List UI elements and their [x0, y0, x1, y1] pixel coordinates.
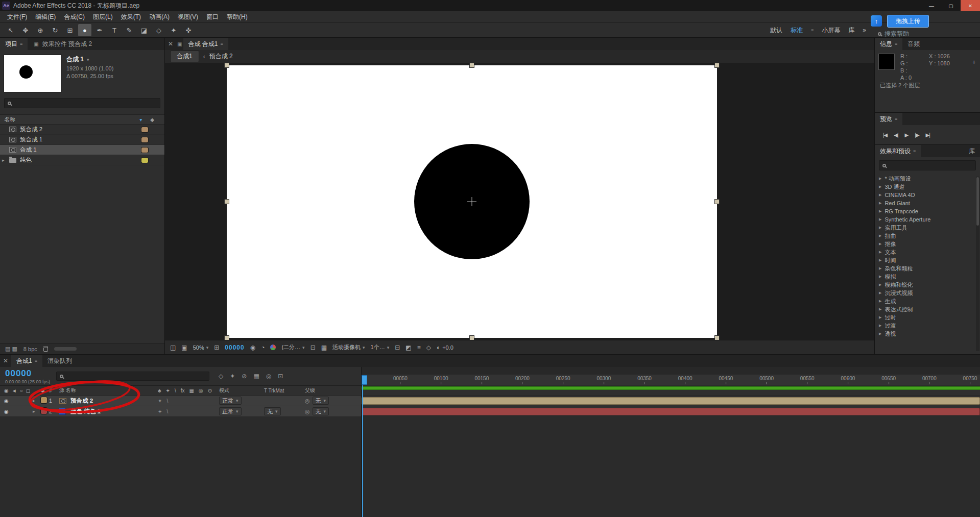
menu-item[interactable]: 窗口: [202, 13, 223, 21]
exposure-control[interactable]: ◐+0.0: [437, 344, 453, 351]
parent-pickwhip-icon[interactable]: ◎: [305, 398, 310, 404]
panel-menu-icon[interactable]: ≡: [895, 41, 897, 46]
black-circle-layer[interactable]: [414, 144, 530, 259]
timeline-search-input[interactable]: [56, 372, 209, 381]
label-color-chip[interactable]: [141, 147, 148, 153]
play-button[interactable]: ▶: [905, 132, 909, 138]
parent-pickwhip-icon[interactable]: ◎: [305, 408, 310, 415]
shy-column-icon[interactable]: ♣: [158, 388, 161, 393]
panel-menu-icon[interactable]: ≡: [913, 149, 916, 154]
layer-label-chip[interactable]: [41, 408, 47, 414]
label-color-chip[interactable]: [141, 158, 148, 163]
selection-handle[interactable]: [225, 200, 229, 204]
panel-menu-icon[interactable]: ≡: [221, 41, 223, 46]
project-item[interactable]: 预合成 1: [0, 135, 164, 145]
menu-item[interactable]: 合成(C): [60, 13, 89, 21]
layer-row[interactable]: ◉▸1预合成 2✦\正常▾◎无▾: [0, 396, 361, 406]
workspace-overflow[interactable]: »: [863, 27, 866, 34]
effects-category[interactable]: ▶模拟: [875, 273, 980, 281]
hand-tool-icon[interactable]: ✥: [19, 24, 32, 36]
expander-icon[interactable]: ▶: [879, 283, 881, 287]
menu-item[interactable]: 编辑(E): [31, 13, 60, 21]
snapshot-icon[interactable]: ◫: [170, 344, 176, 351]
show-snapshot-icon[interactable]: ▣: [181, 344, 187, 351]
tab-library[interactable]: 库: [964, 145, 980, 157]
selection-handle[interactable]: [715, 63, 719, 67]
effects-category[interactable]: ▶实用工具: [875, 224, 980, 232]
expander-icon[interactable]: ▶: [879, 299, 881, 303]
layer-visibility-icon[interactable]: ◉: [4, 409, 9, 414]
current-time-display[interactable]: 00000: [5, 368, 50, 379]
expander-icon[interactable]: ▶: [879, 315, 881, 319]
layer-name[interactable]: 蓝色 纯色 1: [70, 408, 158, 415]
layer-switch[interactable]: \: [166, 398, 168, 404]
panel-menu-icon[interactable]: ≡: [20, 41, 22, 46]
effects-category[interactable]: ▶* 动画预设: [875, 175, 980, 183]
video-column-icon[interactable]: ◉: [4, 388, 9, 393]
expander-icon[interactable]: ▶: [879, 291, 881, 295]
workspace-menu-icon[interactable]: ≡: [811, 28, 814, 33]
motion-blur-column-icon[interactable]: ◎: [199, 388, 203, 393]
expander-icon[interactable]: ▶: [879, 242, 881, 246]
effects-category[interactable]: ▶抠像: [875, 240, 980, 248]
tab-timeline-comp1[interactable]: 合成1 ≡: [11, 355, 42, 367]
playhead-line[interactable]: [362, 385, 363, 517]
label-column-icon[interactable]: ◆: [150, 117, 154, 122]
expander-icon[interactable]: ▶: [879, 307, 881, 311]
expander-icon[interactable]: ▶: [879, 217, 881, 221]
label-color-chip[interactable]: [141, 127, 148, 132]
layer-expander-icon[interactable]: ▸: [33, 409, 41, 414]
label-color-chip[interactable]: [141, 137, 148, 142]
clone-stamp-tool-icon[interactable]: ◪: [137, 24, 151, 36]
effects-category[interactable]: ▶表达式控制: [875, 305, 980, 313]
roto-brush-tool-icon[interactable]: ✦: [167, 24, 180, 36]
chevron-down-icon[interactable]: ▾: [87, 57, 89, 62]
camera-icon[interactable]: ◉: [250, 344, 255, 351]
effects-category[interactable]: ▶Red Giant: [875, 199, 980, 207]
first-frame-button[interactable]: |◀: [883, 132, 887, 138]
project-item[interactable]: 合成 1: [0, 145, 164, 155]
layer-switch[interactable]: \: [166, 409, 168, 414]
sort-arrow-icon[interactable]: ▾: [139, 117, 142, 122]
layer-name[interactable]: 预合成 2: [70, 397, 158, 405]
close-icon[interactable]: ✕: [165, 38, 176, 50]
flowchart-button-icon[interactable]: ◇: [426, 344, 431, 351]
layer-switch[interactable]: ✦: [158, 398, 162, 404]
effects-category[interactable]: ▶扭曲: [875, 232, 980, 240]
bit-depth-label[interactable]: 8 bpc: [23, 346, 37, 352]
expander-icon[interactable]: ▶: [879, 275, 881, 279]
panel-menu-icon[interactable]: ≡: [895, 116, 897, 121]
effects-category[interactable]: ▶Synthetic Aperture: [875, 215, 980, 224]
menu-item[interactable]: 视图(V): [174, 13, 202, 21]
channel-icon[interactable]: [270, 344, 276, 350]
selection-handle[interactable]: [715, 200, 719, 204]
mode-select[interactable]: 正常▾: [219, 397, 242, 405]
frame-blend-column-icon[interactable]: ▦: [189, 388, 194, 393]
expander-icon[interactable]: ▶: [879, 234, 881, 238]
nav-precomp2-label[interactable]: 预合成 2: [209, 52, 233, 61]
close-button[interactable]: ✕: [961, 0, 980, 11]
quality-column-icon[interactable]: \: [175, 388, 176, 393]
graph-editor-icon[interactable]: ⊡: [278, 373, 283, 380]
motion-blur-icon[interactable]: ◎: [266, 373, 271, 380]
parent-select[interactable]: 无▾: [313, 397, 329, 405]
nav-comp1-button[interactable]: 合成1: [170, 51, 199, 62]
view-layout-select[interactable]: 1个…▾: [371, 343, 390, 351]
eraser-tool-icon[interactable]: ◇: [152, 24, 165, 36]
pan-behind-tool-icon[interactable]: ⊞: [63, 24, 77, 36]
layer-row[interactable]: ◉▸2蓝色 纯色 1✦\正常▾无▾◎无▾: [0, 406, 361, 417]
camera-view-select[interactable]: 活动摄像机▾: [332, 343, 365, 351]
tab-preview[interactable]: 预览 ≡: [875, 113, 902, 125]
roi-icon[interactable]: ⊡: [310, 344, 316, 351]
project-search-input[interactable]: [4, 98, 160, 108]
panel-menu-icon[interactable]: ≡: [35, 358, 37, 363]
effects-category[interactable]: ▶模糊和锐化: [875, 281, 980, 289]
selected-comp-name[interactable]: 合成 1 ▾: [66, 55, 113, 64]
lock-column-icon[interactable]: ◻: [26, 388, 30, 393]
selection-handle[interactable]: [225, 63, 229, 67]
last-frame-button[interactable]: ▶|: [926, 132, 930, 138]
effects-category[interactable]: ▶3D 通道: [875, 183, 980, 191]
menu-item[interactable]: 动画(A): [145, 13, 174, 21]
effects-category[interactable]: ▶CINEMA 4D: [875, 191, 980, 199]
tab-project[interactable]: 项目 ≡: [0, 38, 28, 50]
